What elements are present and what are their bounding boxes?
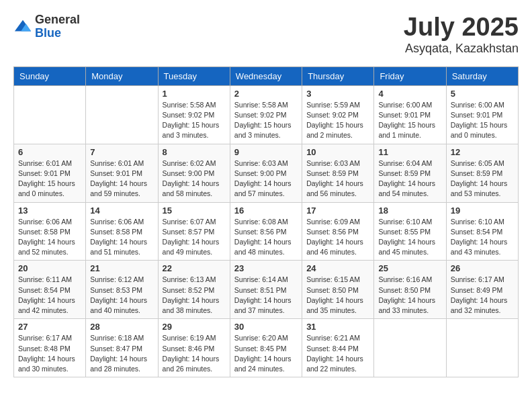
- day-number: 8: [163, 147, 226, 157]
- day-info: Sunrise: 6:20 AM Sunset: 8:45 PM Dayligh…: [234, 333, 298, 374]
- day-info: Sunrise: 6:03 AM Sunset: 9:00 PM Dayligh…: [234, 158, 298, 199]
- day-number: 29: [163, 322, 226, 332]
- calendar-cell: 30Sunrise: 6:20 AM Sunset: 8:45 PM Dayli…: [230, 319, 302, 377]
- day-info: Sunrise: 5:58 AM Sunset: 9:02 PM Dayligh…: [163, 100, 226, 141]
- weekday-header: Tuesday: [158, 66, 230, 85]
- calendar-table: SundayMondayTuesdayWednesdayThursdayFrid…: [13, 66, 519, 377]
- calendar-cell: 27Sunrise: 6:17 AM Sunset: 8:48 PM Dayli…: [14, 319, 86, 377]
- calendar-cell: 24Sunrise: 6:15 AM Sunset: 8:50 PM Dayli…: [302, 261, 374, 319]
- day-number: 21: [90, 263, 153, 273]
- day-info: Sunrise: 6:10 AM Sunset: 8:55 PM Dayligh…: [378, 217, 441, 258]
- day-info: Sunrise: 6:06 AM Sunset: 8:58 PM Dayligh…: [90, 217, 153, 258]
- calendar-cell: 4Sunrise: 6:00 AM Sunset: 9:01 PM Daylig…: [374, 85, 446, 144]
- calendar-cell: 23Sunrise: 6:14 AM Sunset: 8:51 PM Dayli…: [230, 261, 302, 319]
- day-number: 2: [234, 89, 298, 99]
- day-info: Sunrise: 6:10 AM Sunset: 8:54 PM Dayligh…: [451, 217, 514, 258]
- day-info: Sunrise: 6:04 AM Sunset: 8:59 PM Dayligh…: [378, 158, 441, 199]
- day-info: Sunrise: 6:19 AM Sunset: 8:46 PM Dayligh…: [163, 333, 226, 374]
- calendar-cell: 3Sunrise: 5:59 AM Sunset: 9:02 PM Daylig…: [302, 85, 374, 144]
- weekday-header: Monday: [86, 66, 158, 85]
- day-number: 10: [306, 147, 369, 157]
- calendar-cell: 9Sunrise: 6:03 AM Sunset: 9:00 PM Daylig…: [230, 144, 302, 202]
- day-number: 30: [234, 322, 298, 332]
- day-info: Sunrise: 5:59 AM Sunset: 9:02 PM Dayligh…: [306, 100, 369, 141]
- day-number: 27: [18, 322, 81, 332]
- day-info: Sunrise: 6:01 AM Sunset: 9:01 PM Dayligh…: [18, 158, 81, 199]
- day-info: Sunrise: 6:13 AM Sunset: 8:52 PM Dayligh…: [163, 275, 226, 316]
- day-number: 13: [18, 205, 81, 216]
- day-number: 7: [90, 147, 153, 157]
- day-info: Sunrise: 6:17 AM Sunset: 8:49 PM Dayligh…: [451, 275, 514, 316]
- calendar-cell: 16Sunrise: 6:08 AM Sunset: 8:56 PM Dayli…: [230, 202, 302, 261]
- day-number: 25: [378, 263, 441, 273]
- day-number: 23: [234, 263, 298, 273]
- day-number: 24: [306, 263, 369, 273]
- day-info: Sunrise: 5:58 AM Sunset: 9:02 PM Dayligh…: [234, 100, 298, 141]
- calendar-cell: 25Sunrise: 6:16 AM Sunset: 8:50 PM Dayli…: [374, 261, 446, 319]
- logo-text: General Blue: [35, 13, 80, 40]
- calendar-cell: 2Sunrise: 5:58 AM Sunset: 9:02 PM Daylig…: [230, 85, 302, 144]
- calendar-cell: 5Sunrise: 6:00 AM Sunset: 9:01 PM Daylig…: [446, 85, 518, 144]
- calendar-cell: [446, 319, 518, 377]
- day-number: 22: [163, 263, 226, 273]
- day-info: Sunrise: 6:02 AM Sunset: 9:00 PM Dayligh…: [163, 158, 226, 199]
- logo-icon: [13, 17, 32, 36]
- day-info: Sunrise: 6:16 AM Sunset: 8:50 PM Dayligh…: [378, 275, 441, 316]
- day-info: Sunrise: 6:08 AM Sunset: 8:56 PM Dayligh…: [234, 217, 298, 258]
- calendar-cell: 14Sunrise: 6:06 AM Sunset: 8:58 PM Dayli…: [86, 202, 158, 261]
- calendar-cell: 29Sunrise: 6:19 AM Sunset: 8:46 PM Dayli…: [158, 319, 230, 377]
- day-info: Sunrise: 6:05 AM Sunset: 8:59 PM Dayligh…: [451, 158, 514, 199]
- title-block: July 2025 Asyqata, Kazakhstan: [404, 13, 519, 56]
- day-info: Sunrise: 6:11 AM Sunset: 8:54 PM Dayligh…: [18, 275, 81, 316]
- day-info: Sunrise: 6:15 AM Sunset: 8:50 PM Dayligh…: [306, 275, 369, 316]
- weekday-header: Saturday: [446, 66, 518, 85]
- day-info: Sunrise: 6:00 AM Sunset: 9:01 PM Dayligh…: [378, 100, 441, 141]
- day-number: 12: [451, 147, 514, 157]
- day-number: 28: [90, 322, 153, 332]
- day-number: 26: [451, 263, 514, 273]
- calendar-cell: 10Sunrise: 6:03 AM Sunset: 8:59 PM Dayli…: [302, 144, 374, 202]
- day-number: 5: [451, 89, 514, 99]
- day-info: Sunrise: 6:09 AM Sunset: 8:56 PM Dayligh…: [306, 217, 369, 258]
- calendar-cell: 22Sunrise: 6:13 AM Sunset: 8:52 PM Dayli…: [158, 261, 230, 319]
- calendar-week-row: 6Sunrise: 6:01 AM Sunset: 9:01 PM Daylig…: [14, 144, 519, 202]
- calendar-cell: [86, 85, 158, 144]
- day-number: 15: [163, 205, 226, 216]
- day-info: Sunrise: 6:12 AM Sunset: 8:53 PM Dayligh…: [90, 275, 153, 316]
- calendar-cell: 17Sunrise: 6:09 AM Sunset: 8:56 PM Dayli…: [302, 202, 374, 261]
- calendar-cell: 11Sunrise: 6:04 AM Sunset: 8:59 PM Dayli…: [374, 144, 446, 202]
- day-number: 31: [306, 322, 369, 332]
- day-number: 11: [378, 147, 441, 157]
- calendar-cell: 26Sunrise: 6:17 AM Sunset: 8:49 PM Dayli…: [446, 261, 518, 319]
- day-number: 19: [451, 205, 514, 216]
- day-info: Sunrise: 6:01 AM Sunset: 9:01 PM Dayligh…: [90, 158, 153, 199]
- calendar-week-row: 20Sunrise: 6:11 AM Sunset: 8:54 PM Dayli…: [14, 261, 519, 319]
- calendar-week-row: 27Sunrise: 6:17 AM Sunset: 8:48 PM Dayli…: [14, 319, 519, 377]
- calendar-week-row: 1Sunrise: 5:58 AM Sunset: 9:02 PM Daylig…: [14, 85, 519, 144]
- day-number: 6: [18, 147, 81, 157]
- calendar-cell: 18Sunrise: 6:10 AM Sunset: 8:55 PM Dayli…: [374, 202, 446, 261]
- weekday-header: Wednesday: [230, 66, 302, 85]
- location: Asyqata, Kazakhstan: [404, 42, 519, 56]
- day-number: 3: [306, 89, 369, 99]
- day-number: 9: [234, 147, 298, 157]
- day-info: Sunrise: 6:14 AM Sunset: 8:51 PM Dayligh…: [234, 275, 298, 316]
- calendar-cell: 13Sunrise: 6:06 AM Sunset: 8:58 PM Dayli…: [14, 202, 86, 261]
- calendar-cell: 15Sunrise: 6:07 AM Sunset: 8:57 PM Dayli…: [158, 202, 230, 261]
- calendar-cell: 8Sunrise: 6:02 AM Sunset: 9:00 PM Daylig…: [158, 144, 230, 202]
- calendar-cell: 31Sunrise: 6:21 AM Sunset: 8:44 PM Dayli…: [302, 319, 374, 377]
- calendar-cell: 19Sunrise: 6:10 AM Sunset: 8:54 PM Dayli…: [446, 202, 518, 261]
- calendar-cell: 20Sunrise: 6:11 AM Sunset: 8:54 PM Dayli…: [14, 261, 86, 319]
- day-number: 1: [163, 89, 226, 99]
- weekday-header-row: SundayMondayTuesdayWednesdayThursdayFrid…: [14, 66, 519, 85]
- logo: General Blue: [13, 13, 80, 40]
- weekday-header: Sunday: [14, 66, 86, 85]
- page-header: General Blue July 2025 Asyqata, Kazakhst…: [13, 13, 519, 56]
- day-info: Sunrise: 6:21 AM Sunset: 8:44 PM Dayligh…: [306, 333, 369, 374]
- calendar-week-row: 13Sunrise: 6:06 AM Sunset: 8:58 PM Dayli…: [14, 202, 519, 261]
- day-number: 4: [378, 89, 441, 99]
- calendar-cell: 6Sunrise: 6:01 AM Sunset: 9:01 PM Daylig…: [14, 144, 86, 202]
- day-number: 14: [90, 205, 153, 216]
- calendar-cell: 1Sunrise: 5:58 AM Sunset: 9:02 PM Daylig…: [158, 85, 230, 144]
- calendar-cell: [374, 319, 446, 377]
